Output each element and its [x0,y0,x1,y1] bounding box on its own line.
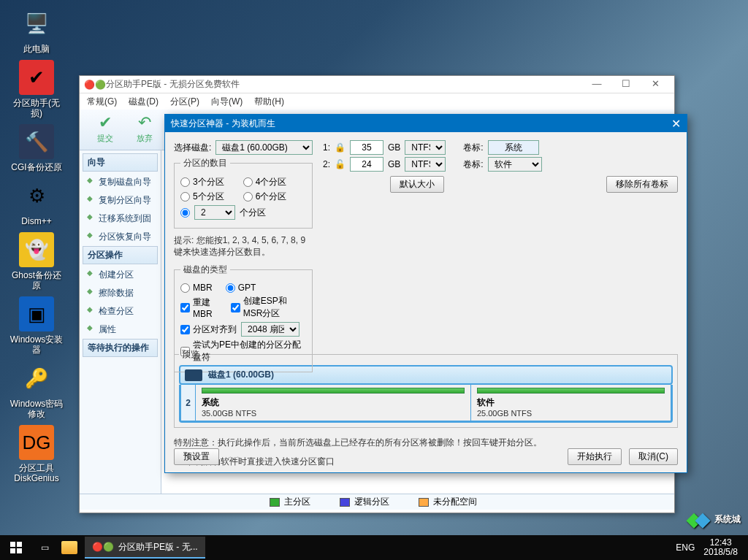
toolbar-button[interactable]: ✔提交 [87,112,123,147]
panel-item[interactable]: 复制磁盘向导 [83,173,158,191]
radio-5-parts[interactable]: 5个分区 [180,191,224,203]
volume-label-input[interactable] [488,140,539,155]
dialog-close-icon[interactable]: ✕ [671,117,681,131]
partition-row: 1: 🔒 GB NTFS 卷标: [323,140,678,155]
start-button[interactable]: 开始执行 [568,448,622,465]
radio-mbr[interactable]: MBR [180,283,213,293]
close-button[interactable]: ✕ [641,77,670,93]
disk-type-label: 磁盘的类型 [180,264,230,276]
panel-item[interactable]: 创建分区 [83,266,158,284]
desktop-icon[interactable]: 🔨CGI备份还原 [9,124,64,172]
align-dropdown[interactable]: 2048 扇区 [241,322,299,337]
partition-row: 2: 🔓 GB NTFS 卷标: 软件 [323,157,678,172]
left-panel: 向导复制磁盘向导复制分区向导迁移系统到固分区恢复向导分区操作创建分区擦除数据检查… [80,150,161,494]
partition-count-group: 分区的数目 3个分区 4个分区 5个分区 6个分区 2 个分区 [174,157,313,229]
radio-6-parts[interactable]: 6个分区 [243,191,287,203]
desktop-icon[interactable]: 🖥️此电脑 [9,6,64,54]
desktop-icon[interactable]: 👻Ghost备份还原 [9,232,64,291]
svg-rect-1 [17,542,22,547]
panel-item[interactable]: 迁移系统到固 [83,210,158,228]
desktop-icon[interactable]: 🔑Windows密码修改 [9,361,64,419]
radio-gpt[interactable]: GPT [226,283,256,293]
dialog-titlebar: 快速分区神器 - 为装机而生 ✕ [165,115,687,132]
legend: 主分区逻辑分区未分配空间 [80,494,674,510]
panel-item[interactable]: 擦除数据 [83,284,158,302]
panel-header: 分区操作 [83,246,158,264]
panel-header: 等待执行的操作 [83,339,158,357]
preview-partitions: 2 系统 35.00GB NTFS 软件 25.00GB NTFS [179,385,673,423]
tray-lang[interactable]: ENG [676,542,695,553]
preview-index: 2 [181,385,196,421]
panel-item[interactable]: 属性 [83,321,158,339]
taskbar: ▭ 🔴🟢分区助手PE版 - 无... ENG 12:432018/5/8 [0,535,748,560]
menu-item[interactable]: 向导(W) [211,96,243,108]
explorer-icon[interactable] [57,541,82,554]
menu-item[interactable]: 常规(G) [87,96,117,108]
legend-item: 未分配空间 [419,496,477,508]
size-input[interactable] [350,157,383,172]
filesystem-dropdown[interactable]: NTFS [405,140,446,155]
cancel-button[interactable]: 取消(C) [629,448,678,465]
preview-part-2: 软件 25.00GB NTFS [471,385,671,421]
main-titlebar: 🔴🟢 分区助手PE版 - 无损分区免费软件 — ☐ ✕ [80,76,674,93]
preview-disk-header: 磁盘1 (60.00GB) [179,365,673,385]
disk-icon [185,369,202,381]
svg-rect-3 [17,548,22,553]
check-align[interactable]: 分区对齐到 [180,323,237,336]
panel-item[interactable]: 分区恢复向导 [83,228,158,246]
panel-item[interactable]: 检查分区 [83,302,158,321]
dialog-title: 快速分区神器 - 为装机而生 [171,118,275,130]
app-icon: 🔴🟢 [84,80,106,90]
filesystem-dropdown[interactable]: NTFS [405,157,446,172]
toolbar-button[interactable]: ↶放弃 [126,112,163,147]
tray-clock[interactable]: 12:432018/5/8 [703,538,738,557]
volume-label-dropdown[interactable]: 软件 [488,157,542,172]
panel-item[interactable]: 复制分区向导 [83,191,158,210]
quick-partition-dialog: 快速分区神器 - 为装机而生 ✕ 选择磁盘: 磁盘1 (60.00GB) 分区的… [164,114,687,473]
panel-header: 向导 [83,153,158,172]
preview-label: 预览 [179,348,202,361]
desktop-icon[interactable]: ▣Windows安装器 [9,296,64,355]
check-create-esp[interactable]: 创建ESP和MSR分区 [231,295,306,320]
svg-rect-2 [10,548,15,553]
radio-custom-parts[interactable] [180,208,190,218]
preset-button[interactable]: 预设置 [174,448,219,465]
menubar: 常规(G)磁盘(D)分区(P)向导(W)帮助(H) [80,93,674,110]
taskbar-app[interactable]: 🔴🟢分区助手PE版 - 无... [85,537,205,559]
desktop-icon[interactable]: ⚙Dism++ [9,178,64,226]
legend-item: 逻辑分区 [340,496,389,508]
hint-text: 提示: 您能按1, 2, 3, 4, 5, 6, 7, 8, 9键来快速选择分区… [174,234,313,258]
remove-labels-button[interactable]: 移除所有卷标 [606,176,678,193]
preview-part-1: 系统 35.00GB NTFS [196,385,471,421]
main-title: 分区助手PE版 - 无损分区免费软件 [106,78,240,91]
watermark: ◆◆ 系统城 [687,508,741,531]
maximize-button[interactable]: ☐ [611,77,641,93]
check-rebuild-mbr[interactable]: 重建MBR [180,296,221,319]
menu-item[interactable]: 磁盘(D) [129,96,159,108]
lock-icon: 🔒 [335,142,346,153]
partition-count-label: 分区的数目 [180,157,230,169]
default-size-button[interactable]: 默认大小 [390,176,444,193]
radio-4-parts[interactable]: 4个分区 [243,176,287,188]
svg-rect-0 [10,542,15,547]
menu-item[interactable]: 分区(P) [170,96,199,108]
unlock-icon: 🔓 [335,159,346,169]
system-tray: ENG 12:432018/5/8 [665,538,748,557]
minimize-button[interactable]: — [582,77,611,93]
desktop-icon[interactable]: ✔分区助手(无损) [9,60,64,118]
taskview-icon[interactable]: ▭ [32,542,57,553]
size-input[interactable] [350,140,383,155]
start-button[interactable] [0,535,32,560]
custom-count-dropdown[interactable]: 2 [194,205,235,220]
menu-item[interactable]: 帮助(H) [254,96,284,108]
select-disk-dropdown[interactable]: 磁盘1 (60.00GB) [215,140,313,155]
legend-item: 主分区 [270,496,310,508]
radio-3-parts[interactable]: 3个分区 [180,176,224,188]
select-disk-label: 选择磁盘: [174,142,211,154]
desktop-icon[interactable]: DG分区工具DiskGenius [9,425,64,483]
chevron-icon: ︿︿ [226,450,241,463]
